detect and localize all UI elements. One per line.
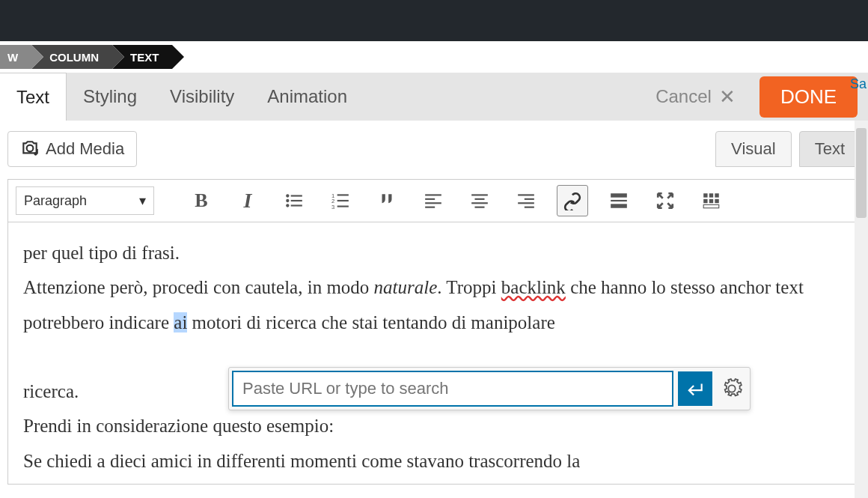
svg-rect-2 (291, 195, 302, 196)
content-spellcheck-word: backlink (501, 277, 566, 297)
chevron-down-icon: ▾ (139, 192, 146, 209)
content-selected-word: ai (174, 312, 187, 332)
content-italic: naturale (374, 277, 438, 297)
cancel-button[interactable]: Cancel ✕ (642, 85, 749, 109)
svg-rect-24 (525, 207, 534, 208)
svg-rect-20 (475, 207, 485, 208)
content-text: per quel tipo di frasi. (23, 243, 180, 263)
svg-rect-29 (709, 193, 713, 197)
app-topbar (0, 0, 868, 41)
svg-rect-32 (709, 199, 713, 203)
svg-rect-4 (291, 200, 302, 201)
tab-text[interactable]: Text (0, 73, 67, 121)
svg-rect-27 (611, 204, 627, 207)
svg-rect-19 (471, 202, 488, 204)
svg-point-3 (286, 199, 289, 202)
editor-content[interactable]: per quel tipo di frasi. Attenzione però,… (7, 222, 861, 485)
editor-tab-text[interactable]: Text (799, 131, 861, 167)
enter-icon (685, 379, 705, 398)
svg-rect-8 (337, 194, 349, 195)
toolbar-toggle-button[interactable] (696, 185, 727, 216)
format-select[interactable]: Paragraph ▾ (16, 186, 154, 215)
svg-rect-26 (611, 200, 627, 201)
svg-rect-14 (425, 198, 435, 200)
editor-area: Add Media Visual Text Paragraph ▾ B I 12… (0, 121, 868, 485)
svg-rect-6 (291, 204, 302, 206)
read-more-button[interactable] (603, 185, 635, 216)
svg-point-5 (286, 204, 289, 207)
svg-rect-34 (703, 204, 719, 207)
link-button[interactable] (557, 185, 588, 216)
close-icon: ✕ (719, 85, 736, 109)
breadcrumb-row[interactable]: W (0, 45, 31, 69)
svg-rect-15 (425, 202, 441, 204)
content-text: Prendi in considerazione questo esempio: (23, 416, 334, 436)
content-text: Attenzione però, procedi con cautela, in… (23, 277, 374, 297)
svg-rect-10 (337, 200, 349, 201)
link-settings-button[interactable] (717, 374, 747, 404)
svg-rect-21 (518, 194, 534, 195)
content-text: motori di ricerca che stai tentando di m… (187, 312, 554, 332)
tab-styling[interactable]: Styling (67, 73, 153, 121)
svg-rect-18 (475, 198, 485, 200)
numbered-list-button[interactable]: 123 (325, 185, 356, 216)
svg-rect-22 (525, 198, 534, 200)
fullscreen-button[interactable] (650, 185, 681, 216)
align-right-button[interactable] (510, 185, 542, 216)
svg-point-1 (286, 194, 289, 197)
breadcrumb: W COLUMN TEXT (0, 41, 868, 73)
quote-button[interactable] (371, 185, 403, 216)
svg-rect-17 (471, 194, 488, 195)
save-label: Sa (850, 76, 867, 92)
scrollbar-thumb[interactable] (856, 128, 867, 218)
add-media-label: Add Media (46, 139, 124, 159)
content-text: . Troppi (437, 277, 501, 297)
align-left-button[interactable] (418, 185, 449, 216)
panel-tabs: Text Styling Visibility Animation Cancel… (0, 73, 868, 121)
editor-toolbar: Paragraph ▾ B I 123 (7, 179, 861, 222)
align-center-button[interactable] (464, 185, 495, 216)
done-button[interactable]: DONE (760, 76, 858, 118)
svg-rect-31 (703, 199, 707, 203)
svg-rect-28 (703, 193, 707, 197)
svg-rect-33 (715, 199, 718, 203)
camera-music-icon (20, 139, 40, 159)
cancel-label: Cancel (655, 86, 712, 107)
link-apply-button[interactable] (678, 371, 712, 406)
content-text: Se chiedi a dieci amici in differenti mo… (23, 451, 580, 471)
svg-rect-30 (715, 193, 718, 197)
breadcrumb-column[interactable]: COLUMN (31, 45, 112, 69)
editor-tab-visual[interactable]: Visual (715, 131, 792, 167)
format-select-value: Paragraph (24, 193, 87, 209)
bold-button[interactable]: B (186, 185, 217, 216)
tab-animation[interactable]: Animation (251, 73, 364, 121)
svg-rect-13 (425, 194, 441, 195)
content-text: ricerca. (23, 381, 79, 401)
gear-icon (721, 378, 742, 399)
svg-text:3: 3 (331, 204, 334, 210)
bullet-list-button[interactable] (278, 185, 310, 216)
svg-rect-23 (518, 202, 534, 204)
link-popover (228, 367, 751, 410)
tab-visibility[interactable]: Visibility (153, 73, 251, 121)
add-media-button[interactable]: Add Media (7, 131, 137, 167)
svg-rect-12 (337, 206, 349, 207)
svg-rect-16 (425, 207, 435, 208)
svg-rect-25 (611, 193, 627, 197)
italic-button[interactable]: I (232, 185, 263, 216)
link-url-input[interactable] (232, 371, 673, 407)
main-scrollbar[interactable] (855, 121, 868, 498)
